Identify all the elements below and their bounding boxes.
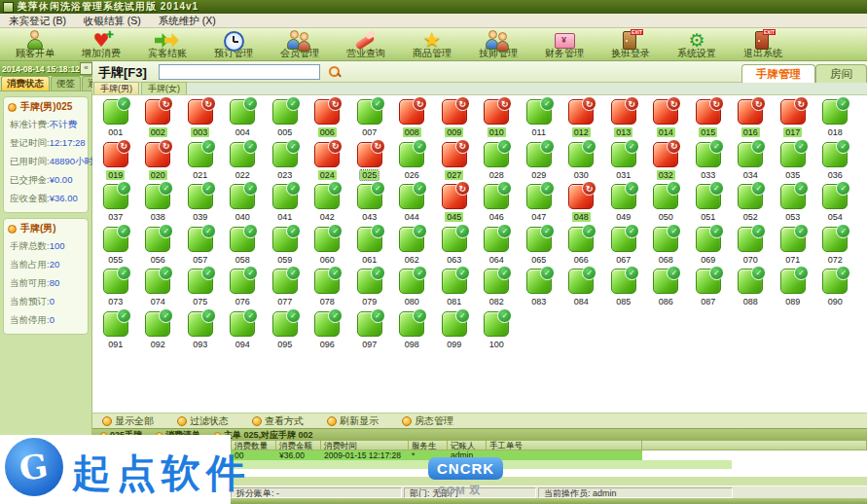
tag-cell[interactable]: ✓096 bbox=[307, 309, 349, 352]
tag-cell[interactable]: ↻017 bbox=[772, 97, 814, 140]
module-tab-手牌管理[interactable]: 手牌管理 bbox=[741, 64, 815, 83]
tag-cell[interactable]: ✓074 bbox=[137, 267, 180, 309]
tag-cell[interactable]: ✓040 bbox=[222, 182, 265, 225]
tag-cell[interactable]: ↻016 bbox=[730, 97, 773, 140]
footer-button-过滤状态[interactable]: 过滤状态 bbox=[177, 414, 229, 428]
tag-cell[interactable]: ↻003 bbox=[179, 97, 222, 140]
tag-cell[interactable]: ↻012 bbox=[560, 97, 603, 140]
tag-cell[interactable]: ✓004 bbox=[222, 97, 265, 140]
sidebar-tab-消费状态[interactable]: 消费状态 bbox=[1, 76, 50, 90]
tag-cell[interactable]: ✓071 bbox=[772, 225, 814, 268]
menu-item[interactable]: 系统维护 (X) bbox=[150, 14, 225, 27]
tag-cell[interactable]: ↻015 bbox=[687, 97, 730, 140]
tag-cell[interactable]: ✓075 bbox=[179, 267, 222, 309]
tag-cell[interactable]: ✓051 bbox=[687, 182, 730, 225]
tag-cell[interactable]: ✓039 bbox=[179, 182, 222, 225]
tag-cell[interactable]: ↻048 bbox=[560, 182, 603, 225]
tag-cell[interactable]: ✓001 bbox=[94, 97, 137, 140]
tag-cell[interactable]: ✓005 bbox=[264, 97, 307, 140]
tag-cell[interactable]: ✓007 bbox=[348, 97, 391, 140]
menu-item[interactable]: 收银结算 (S) bbox=[75, 14, 150, 27]
tag-cell[interactable]: ↻014 bbox=[645, 97, 688, 140]
tag-cell[interactable]: ✓077 bbox=[264, 267, 307, 309]
tag-cell[interactable]: ✓083 bbox=[518, 267, 560, 309]
tag-cell[interactable]: ✓087 bbox=[687, 267, 730, 309]
footer-button-房态管理[interactable]: 房态管理 bbox=[402, 414, 453, 428]
tag-cell[interactable]: ✓067 bbox=[602, 225, 645, 268]
tag-cell[interactable]: ✓041 bbox=[264, 182, 307, 225]
tag-cell[interactable]: ↻020 bbox=[137, 140, 180, 183]
menu-item[interactable]: 来宾登记 (B) bbox=[0, 14, 75, 27]
tag-cell[interactable]: ✓038 bbox=[137, 182, 180, 225]
tag-cell[interactable]: ✓049 bbox=[602, 182, 645, 225]
tag-cell[interactable]: ✓069 bbox=[687, 225, 730, 268]
tag-cell[interactable]: ↻008 bbox=[391, 97, 434, 140]
tag-cell[interactable]: ✓055 bbox=[94, 225, 137, 268]
tag-cell[interactable]: ↻010 bbox=[476, 97, 519, 140]
tag-cell[interactable]: ↻013 bbox=[602, 97, 645, 140]
tag-cell[interactable]: ↻032 bbox=[645, 140, 688, 183]
toolbar-button-商品管理[interactable]: ★商品管理 bbox=[399, 28, 465, 60]
tag-cell[interactable]: ✓082 bbox=[476, 267, 519, 309]
tag-cell[interactable]: ✓094 bbox=[222, 309, 265, 352]
tag-search-input[interactable] bbox=[159, 64, 320, 80]
tag-cell[interactable]: ✓063 bbox=[433, 225, 476, 268]
toolbar-button-宾客结账[interactable]: 宾客结账 bbox=[134, 28, 200, 60]
tag-cell[interactable]: ✓091 bbox=[94, 309, 137, 352]
toolbar-button-换班登录[interactable]: EXIT换班登录 bbox=[597, 28, 664, 60]
tag-cell[interactable]: ✓030 bbox=[560, 140, 603, 183]
toolbar-button-顾客开单[interactable]: 顾客开单 bbox=[2, 28, 68, 60]
tag-cell[interactable]: ✓036 bbox=[814, 140, 857, 183]
tag-cell[interactable]: ✓037 bbox=[94, 182, 137, 225]
tag-cell[interactable]: ✓100 bbox=[476, 309, 519, 352]
sidebar-tab-便签[interactable]: 便签 bbox=[51, 76, 81, 90]
toolbar-button-会员管理[interactable]: 会员管理 bbox=[267, 28, 333, 60]
toolbar-button-退出系统[interactable]: EXIT退出系统 bbox=[730, 28, 796, 60]
search-icon[interactable] bbox=[328, 65, 341, 78]
tag-cell[interactable]: ✓028 bbox=[476, 140, 519, 183]
tag-cell[interactable]: ✓090 bbox=[814, 267, 857, 309]
tag-cell[interactable]: ✓099 bbox=[433, 309, 476, 352]
toolbar-button-增加消费[interactable]: ♥✚增加消费 bbox=[68, 28, 134, 60]
tag-cell[interactable]: ✓054 bbox=[814, 182, 857, 225]
tag-cell[interactable]: ✓052 bbox=[730, 182, 773, 225]
tag-cell[interactable]: ✓079 bbox=[348, 267, 391, 309]
tag-cell[interactable]: ✓081 bbox=[433, 267, 476, 309]
tag-cell[interactable]: ↻045 bbox=[433, 182, 476, 225]
tag-cell[interactable]: ✓023 bbox=[264, 140, 307, 183]
tag-cell[interactable]: ✓088 bbox=[730, 267, 773, 309]
tag-cell[interactable]: ✓086 bbox=[645, 267, 688, 309]
tag-cell[interactable]: ✓084 bbox=[560, 267, 603, 309]
tag-cell[interactable]: ✓089 bbox=[772, 267, 814, 309]
sidebar-collapse-button[interactable]: « bbox=[80, 62, 92, 75]
toolbar-button-预订管理[interactable]: 预订管理 bbox=[200, 28, 267, 60]
footer-button-显示全部[interactable]: 显示全部 bbox=[102, 414, 154, 428]
tag-cell[interactable]: ✓092 bbox=[137, 309, 180, 352]
tag-cell[interactable]: ✓011 bbox=[518, 97, 560, 140]
tag-cell[interactable]: ✓022 bbox=[222, 140, 265, 183]
tag-cell[interactable]: ✓021 bbox=[179, 140, 222, 183]
tag-cell[interactable]: ✓093 bbox=[179, 309, 222, 352]
tag-cell[interactable]: ✓043 bbox=[348, 182, 391, 225]
tag-cell[interactable]: ✓034 bbox=[730, 140, 773, 183]
tag-cell[interactable]: ✓031 bbox=[602, 140, 645, 183]
tag-cell[interactable]: ↻002 bbox=[137, 97, 180, 140]
tag-cell[interactable]: ✓058 bbox=[222, 225, 265, 268]
tag-cell[interactable]: ✓097 bbox=[348, 309, 391, 352]
tag-cell[interactable]: ✓061 bbox=[348, 225, 391, 268]
toolbar-button-系统设置[interactable]: ⚙系统设置 bbox=[664, 28, 730, 60]
tag-cell[interactable]: ✓044 bbox=[391, 182, 434, 225]
toolbar-button-财务管理[interactable]: ¥财务管理 bbox=[531, 28, 597, 60]
tag-cell[interactable]: ↻019 bbox=[94, 140, 137, 183]
tag-cell[interactable]: ↻025 bbox=[348, 140, 391, 183]
tag-cell[interactable]: ✓035 bbox=[772, 140, 814, 183]
tag-cell[interactable]: ✓029 bbox=[518, 140, 560, 183]
tag-cell[interactable]: ↻006 bbox=[307, 97, 349, 140]
tag-cell[interactable]: ✓056 bbox=[137, 225, 180, 268]
footer-button-刷新显示[interactable]: 刷新显示 bbox=[327, 414, 379, 428]
tag-cell[interactable]: ✓068 bbox=[645, 225, 688, 268]
toolbar-button-技师管理[interactable]: 技师管理 bbox=[465, 28, 531, 60]
tag-cell[interactable]: ✓064 bbox=[476, 225, 519, 268]
tag-cell[interactable]: ✓018 bbox=[814, 97, 857, 140]
tag-cell[interactable]: ✓059 bbox=[264, 225, 307, 268]
